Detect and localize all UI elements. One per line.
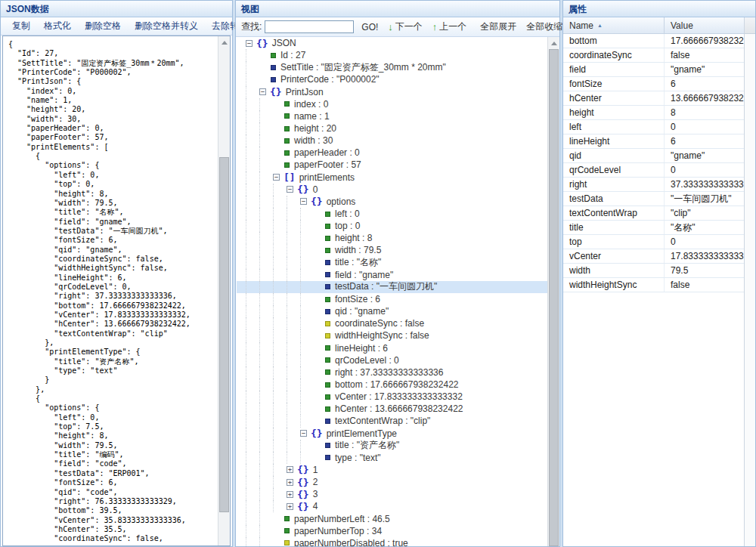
expand-toggle[interactable]: + bbox=[287, 466, 293, 473]
property-row[interactable]: lineHeight6 bbox=[563, 134, 744, 149]
remove-spaces-button[interactable]: 删除空格 bbox=[78, 20, 128, 32]
tree-node[interactable]: paperNumberLeft : 46.5 bbox=[237, 512, 547, 524]
property-row[interactable]: testData"一车间圆刀机" bbox=[563, 192, 744, 206]
collapse-toggle[interactable]: − bbox=[300, 198, 307, 205]
scroll-up-button[interactable] bbox=[218, 36, 230, 48]
property-row[interactable]: height8 bbox=[563, 106, 744, 120]
property-row[interactable]: vCenter17.833333333333... bbox=[563, 249, 744, 264]
tree-node[interactable]: Id : 27 bbox=[237, 49, 547, 61]
tree-node[interactable]: lineHeight : 6 bbox=[237, 342, 547, 354]
tree-scrollbar[interactable] bbox=[547, 37, 559, 546]
property-value: "一车间圆刀机" bbox=[665, 192, 744, 206]
tree-node[interactable]: −{}JSON bbox=[237, 37, 547, 49]
property-name: testData bbox=[563, 192, 665, 206]
tree-indent-guide bbox=[259, 269, 273, 281]
property-row[interactable]: qid"gname" bbox=[563, 149, 744, 163]
go-button[interactable]: GO! bbox=[361, 22, 378, 32]
find-prev-button[interactable]: 上一个 bbox=[439, 20, 466, 33]
tree-indent-guide bbox=[273, 293, 287, 305]
property-row[interactable]: widthHeightSyncfalse bbox=[563, 278, 744, 292]
scrollbar-thumb[interactable] bbox=[219, 157, 229, 512]
tree-node[interactable]: paperNumberTop : 34 bbox=[237, 525, 547, 537]
tree-node[interactable]: paperHeader : 0 bbox=[237, 147, 547, 159]
tree-node[interactable]: textContentWrap : "clip" bbox=[237, 415, 547, 427]
tree-node[interactable]: +{}1 bbox=[237, 464, 547, 476]
property-row[interactable]: field"gname" bbox=[563, 63, 744, 77]
tree-node[interactable]: paperFooter : 57 bbox=[237, 159, 547, 171]
tree-node[interactable]: −{}PrintJson bbox=[237, 86, 547, 98]
tree-node[interactable]: title : "资产名称" bbox=[237, 440, 547, 452]
tree-node[interactable]: title : "名称" bbox=[237, 257, 547, 269]
collapse-toggle[interactable]: − bbox=[287, 186, 293, 193]
expand-all-button[interactable]: 全部展开 bbox=[480, 20, 516, 33]
collapse-toggle[interactable]: − bbox=[259, 88, 266, 95]
name-column-header[interactable]: Name▲ bbox=[563, 17, 665, 33]
type-icon-num bbox=[325, 394, 330, 400]
tree-node[interactable]: height : 8 bbox=[237, 232, 547, 244]
tree-node[interactable]: −{}options bbox=[237, 196, 547, 208]
tree-node[interactable]: −[]printElements bbox=[237, 172, 547, 184]
tree-node[interactable]: +{}3 bbox=[237, 488, 547, 500]
type-icon-num bbox=[284, 162, 290, 168]
tree-node[interactable]: +{}2 bbox=[237, 476, 547, 488]
value-column-header[interactable]: Value bbox=[665, 17, 755, 33]
expand-toggle[interactable]: + bbox=[287, 479, 293, 486]
tree-node[interactable]: −{}0 bbox=[237, 184, 547, 196]
property-row[interactable]: right37.333333333333... bbox=[563, 178, 744, 192]
tree-node[interactable]: field : "gname" bbox=[237, 269, 547, 281]
scrollbar-thumb[interactable] bbox=[549, 49, 559, 546]
tree-node[interactable]: paperNumberDisabled : true bbox=[237, 537, 547, 546]
search-input[interactable] bbox=[265, 20, 354, 33]
expand-toggle[interactable]: + bbox=[287, 491, 293, 498]
tree-node[interactable]: vCenter : 17.833333333333332 bbox=[237, 391, 547, 403]
tree-node[interactable]: qrCodeLevel : 0 bbox=[237, 354, 547, 366]
find-next-button[interactable]: 下一个 bbox=[395, 20, 423, 33]
property-row[interactable]: hCenter13.666667938232... bbox=[563, 91, 744, 106]
tree-node[interactable]: width : 79.5 bbox=[237, 244, 547, 256]
tree-node[interactable]: SettTitle : "固定资产标签_30mm * 20mm" bbox=[237, 61, 547, 73]
property-row[interactable]: title"名称" bbox=[563, 221, 744, 235]
json-source-textarea[interactable]: { "Id": 27, "SettTitle": "固定资产标签_30mm＊20… bbox=[2, 36, 231, 546]
collapse-toggle[interactable]: − bbox=[246, 40, 253, 47]
tree-node[interactable]: −{}printElementType bbox=[237, 428, 547, 440]
tree-node[interactable]: height : 20 bbox=[237, 122, 547, 134]
collapse-toggle[interactable]: − bbox=[300, 430, 307, 437]
tree-node[interactable]: PrinterCode : "P000002" bbox=[237, 73, 547, 85]
collapse-toggle[interactable]: − bbox=[273, 174, 280, 181]
property-value: 0 bbox=[665, 120, 744, 134]
property-row[interactable]: bottom17.666667938232... bbox=[563, 34, 744, 48]
tree-node[interactable]: top : 0 bbox=[237, 220, 547, 232]
tree-node-label: bottom : 17.666667938232422 bbox=[335, 379, 458, 390]
tree-node[interactable]: type : "text" bbox=[237, 452, 547, 464]
tree-node[interactable]: index : 0 bbox=[237, 98, 547, 110]
scroll-up-button[interactable] bbox=[548, 37, 559, 49]
tree-node[interactable]: qid : "gname" bbox=[237, 305, 547, 317]
collapse-all-button[interactable]: 全部收缩 bbox=[526, 20, 562, 33]
remove-spaces-escape-button[interactable]: 删除空格并转义 bbox=[128, 20, 205, 32]
tree-node[interactable]: right : 37.33333333333336 bbox=[237, 366, 547, 379]
property-row[interactable]: textContentWrap"clip" bbox=[563, 206, 744, 221]
expand-toggle[interactable]: + bbox=[287, 503, 293, 510]
property-row[interactable]: top0 bbox=[563, 235, 744, 249]
tree-node[interactable]: width : 30 bbox=[237, 134, 547, 147]
tree-node[interactable]: hCenter : 13.666667938232422 bbox=[237, 403, 547, 415]
property-row[interactable]: coordinateSyncfalse bbox=[563, 48, 744, 63]
format-button[interactable]: 格式化 bbox=[37, 20, 78, 32]
property-row[interactable]: left0 bbox=[563, 120, 744, 134]
tree-node[interactable]: name : 1 bbox=[237, 110, 547, 122]
tree-indent-guide bbox=[300, 232, 314, 244]
tree-node[interactable]: left : 0 bbox=[237, 208, 547, 220]
tree-node[interactable]: fontSize : 6 bbox=[237, 293, 547, 305]
object-icon: {} bbox=[256, 38, 268, 49]
property-row[interactable]: qrCodeLevel0 bbox=[563, 163, 744, 178]
property-row[interactable]: fontSize6 bbox=[563, 77, 744, 91]
tree-node[interactable]: coordinateSync : false bbox=[237, 317, 547, 329]
copy-button[interactable]: 复制 bbox=[5, 20, 37, 32]
tree-indent-guide bbox=[246, 452, 259, 464]
tree-node[interactable]: +{}4 bbox=[237, 500, 547, 512]
property-row[interactable]: width79.5 bbox=[563, 264, 744, 278]
tree-node[interactable]: bottom : 17.666667938232422 bbox=[237, 379, 547, 391]
left-scrollbar[interactable] bbox=[218, 36, 230, 545]
tree-node[interactable]: testData : "一车间圆刀机" bbox=[237, 281, 547, 293]
tree-node[interactable]: widthHeightSync : false bbox=[237, 329, 547, 341]
